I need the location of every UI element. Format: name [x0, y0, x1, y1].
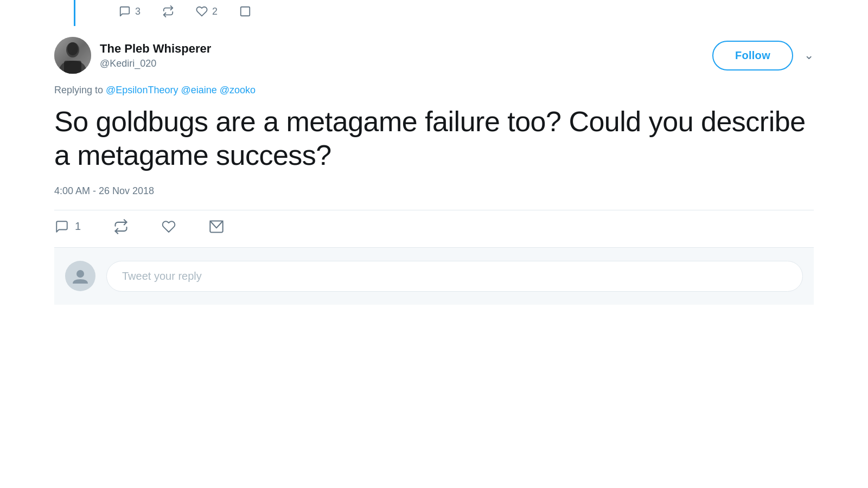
- prev-reply-action[interactable]: 3: [119, 5, 141, 17]
- reply-action[interactable]: 1: [54, 219, 81, 234]
- avatar[interactable]: [54, 37, 91, 74]
- prev-share-icon: [239, 5, 251, 17]
- retweet-action[interactable]: [113, 219, 129, 234]
- reply-section: [54, 248, 814, 305]
- reply-input-wrapper: [106, 261, 803, 292]
- reply-to: Replying to @EpsilonTheory @eiaine @zook…: [54, 85, 814, 96]
- reply-to-user-3[interactable]: @zooko: [220, 85, 256, 95]
- retweet-icon: [113, 219, 129, 234]
- follow-button[interactable]: Follow: [712, 41, 793, 70]
- svg-point-4: [67, 42, 78, 55]
- reply-to-prefix: Replying to: [54, 85, 103, 95]
- like-action[interactable]: [161, 219, 176, 234]
- reply-to-user-2[interactable]: @eiaine: [181, 85, 216, 95]
- tweet-actions: 1: [54, 210, 814, 248]
- chevron-down-icon[interactable]: ⌄: [804, 48, 814, 62]
- svg-rect-0: [241, 7, 250, 16]
- heart-icon: [161, 219, 176, 234]
- display-name: The Pleb Whisperer: [100, 42, 211, 56]
- prev-retweet-icon: [162, 5, 174, 17]
- dm-action[interactable]: [209, 219, 224, 234]
- reply-input[interactable]: [106, 261, 803, 292]
- reply-count: 1: [75, 220, 81, 233]
- prev-reply-count: 3: [135, 6, 141, 17]
- tweet-header: The Pleb Whisperer @Kediri_020 Follow ⌄: [54, 37, 814, 74]
- tweet-timestamp: 4:00 AM - 26 Nov 2018: [54, 185, 814, 197]
- user-info: The Pleb Whisperer @Kediri_020: [100, 42, 211, 69]
- tweet-header-left: The Pleb Whisperer @Kediri_020: [54, 37, 211, 74]
- tweet-text: So goldbugs are a metagame failure too? …: [54, 105, 814, 172]
- prev-tweet-actions: 3 2: [74, 0, 814, 26]
- reply-avatar-icon: [72, 267, 89, 285]
- mail-icon: [209, 219, 224, 234]
- prev-retweet-action[interactable]: [162, 5, 174, 17]
- reply-to-user-1[interactable]: @EpsilonTheory: [106, 85, 178, 95]
- reply-avatar: [65, 261, 95, 291]
- prev-like-action[interactable]: 2: [196, 5, 218, 17]
- username: @Kediri_020: [100, 58, 211, 69]
- prev-like-icon: [196, 5, 208, 17]
- prev-like-count: 2: [212, 6, 218, 17]
- prev-share-action[interactable]: [239, 5, 251, 17]
- reply-icon: [54, 219, 69, 234]
- svg-point-7: [76, 270, 84, 278]
- svg-rect-5: [64, 61, 81, 74]
- tweet-header-right: Follow ⌄: [712, 41, 814, 70]
- avatar-image: [54, 37, 91, 74]
- prev-reply-icon: [119, 5, 131, 17]
- tweet: The Pleb Whisperer @Kediri_020 Follow ⌄ …: [54, 26, 814, 248]
